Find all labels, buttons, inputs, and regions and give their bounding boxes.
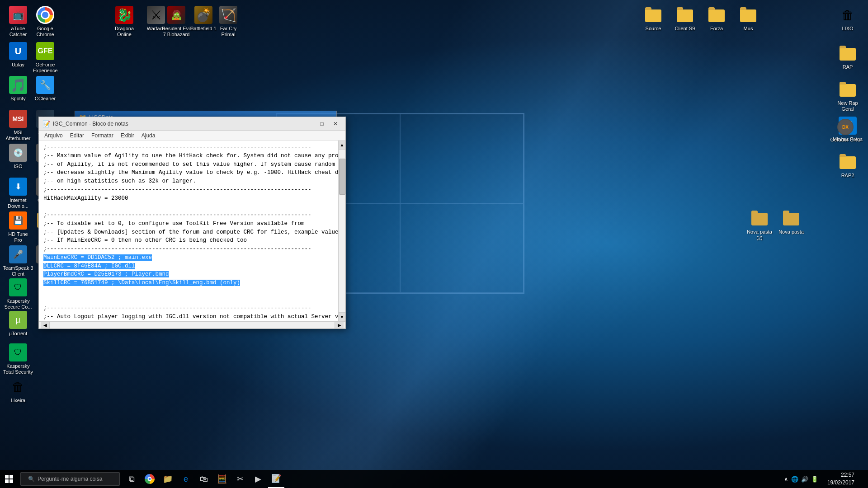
taskbar-edge[interactable]: e	[178, 470, 194, 488]
volume-icon[interactable]: 🔊	[801, 476, 808, 483]
desk-icon-gerador-crc[interactable]: DX Gerador CRC	[827, 115, 863, 143]
taskbar-right: ∧ 🌐 🔊 🔋 22:57 19/02/2017	[781, 470, 868, 488]
taskbar-calc[interactable]: 🧮	[214, 470, 230, 488]
desk-icon-chrome[interactable]: GoogleChrome	[29, 2, 61, 38]
desk-icon-nova-pasta-2[interactable]: Nova pasta(2)	[744, 206, 775, 241]
taskbar-chrome[interactable]	[142, 470, 158, 488]
taskbar-clock[interactable]: 22:57 19/02/2017	[824, 471, 858, 487]
show-desktop-button[interactable]	[861, 470, 864, 488]
notepad-text[interactable]: ;---------------------------------------…	[39, 141, 338, 321]
notepad-content-area: ;---------------------------------------…	[39, 141, 345, 321]
search-icon: 🔍	[28, 476, 35, 482]
desk-icon-rap[interactable]: RAP	[832, 41, 863, 70]
desk-icon-geforce[interactable]: GFE GeForceExperience	[29, 38, 61, 74]
desk-icon-source[interactable]: Source	[637, 2, 669, 32]
desktop: 🐉 Dragona Online ⚔ Warface 🧟 Resident Ev…	[0, 0, 868, 488]
desk-icon-new-rap-geral[interactable]: New RapGeral	[832, 77, 863, 112]
show-hidden-icons[interactable]: ∧	[784, 476, 788, 483]
menu-exibir[interactable]: Exibir	[117, 131, 138, 140]
taskbar-notepad-active[interactable]: 📝	[268, 470, 284, 488]
menu-editar[interactable]: Editar	[66, 131, 88, 140]
minimize-button[interactable]: ─	[302, 119, 315, 128]
titlebar-buttons: ─ □ ✕	[302, 119, 342, 128]
desk-icon-forza[interactable]: Forza	[701, 2, 732, 32]
menu-arquivo[interactable]: Arquivo	[41, 131, 66, 140]
notepad-title: IGC_Common - Bloco de notas	[53, 121, 302, 127]
maximize-button[interactable]: □	[316, 119, 328, 128]
taskbar-pinned-icons: ⧉ 📁 e 🛍 🧮 ✂ ▶ 📝	[123, 470, 284, 488]
desk-icon-mus[interactable]: Mus	[732, 2, 764, 32]
selected-text-1: MainExeCRC = DD1DAC52 ; main.exe DLLCRC …	[43, 254, 240, 286]
desk-icon-kaspersky-total[interactable]: 🛡 KasperskyTotal Security	[2, 340, 34, 375]
battery-icon: 🔋	[811, 476, 818, 483]
menu-formatar[interactable]: Formatar	[88, 131, 117, 140]
desk-icon-utorrent[interactable]: µ µTorrent	[2, 307, 34, 337]
notepad-window[interactable]: 📝 IGC_Common - Bloco de notas ─ □ ✕ Arqu…	[38, 117, 346, 329]
network-icon: 🌐	[791, 476, 798, 483]
vertical-scrollbar[interactable]: ▲ ▼	[338, 141, 345, 321]
desk-icon-kaspersky-sc[interactable]: 🛡 KasperskySecure Co...	[2, 275, 34, 310]
scrollbar-thumb[interactable]	[339, 159, 345, 195]
desk-icon-dragona[interactable]: 🐉 Dragona Online	[108, 2, 140, 38]
taskbar-search[interactable]: 🔍 Pergunte-me alguma coisa	[20, 472, 120, 486]
horizontal-scrollbar[interactable]: ◀ ▶	[39, 321, 345, 328]
close-button[interactable]: ✕	[329, 119, 342, 128]
taskbar-explorer[interactable]: 📁	[160, 470, 176, 488]
desk-icon-farcry-primal[interactable]: 🏹 Far CryPrimal	[212, 2, 244, 38]
notepad-icon: 📝	[42, 120, 50, 127]
notepad-titlebar: 📝 IGC_Common - Bloco de notas ─ □ ✕	[39, 117, 345, 131]
taskbar-store[interactable]: 🛍	[196, 470, 212, 488]
notification-area: ∧ 🌐 🔊 🔋	[781, 476, 821, 483]
taskbar: 🔍 Pergunte-me alguma coisa ⧉ 📁 e 🛍 🧮 ✂ ▶…	[0, 470, 868, 488]
desk-icon-nova-pasta[interactable]: Nova pasta	[775, 206, 807, 235]
desk-icon-lixeira[interactable]: 🗑 Lixeira	[2, 374, 34, 404]
menu-ajuda[interactable]: Ajuda	[138, 131, 159, 140]
desk-icon-rap2[interactable]: RAP2	[832, 149, 863, 178]
taskbar-media[interactable]: ▶	[250, 470, 266, 488]
taskbar-task-view[interactable]: ⧉	[123, 470, 140, 488]
desk-icon-client-s9[interactable]: Client S9	[669, 2, 701, 32]
taskbar-snipping[interactable]: ✂	[232, 470, 248, 488]
desk-icon-ccleaner[interactable]: 🔧 CCleaner	[29, 72, 61, 102]
desk-icon-lixo[interactable]: 🗑 LIXO	[832, 2, 863, 32]
notepad-menubar: Arquivo Editar Formatar Exibir Ajuda	[39, 131, 345, 141]
start-button[interactable]	[0, 470, 18, 488]
